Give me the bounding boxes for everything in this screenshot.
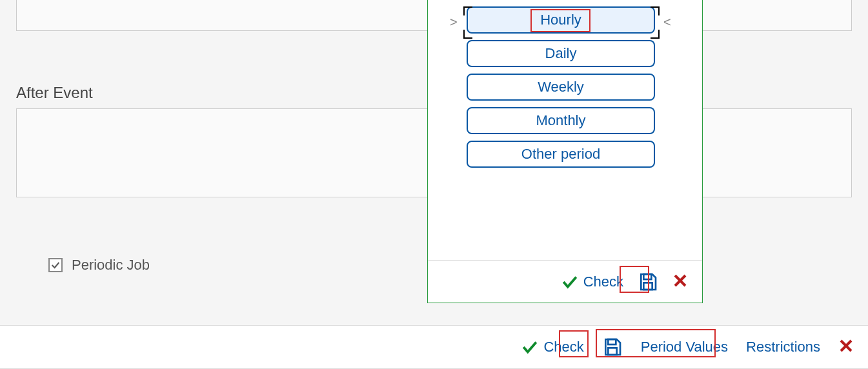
footer-save-button[interactable] xyxy=(602,337,623,357)
period-option-label: Hourly xyxy=(540,12,581,28)
save-icon xyxy=(602,337,623,357)
svg-rect-0 xyxy=(643,274,651,279)
periodic-job-label: Periodic Job xyxy=(72,257,150,274)
check-icon xyxy=(50,260,61,270)
selection-marker-right: < xyxy=(663,15,671,30)
period-option-list: Hourly Daily Weekly Monthly Other period xyxy=(428,0,702,168)
close-icon xyxy=(672,273,688,288)
period-option-weekly[interactable]: Weekly xyxy=(467,74,655,101)
period-option-hourly[interactable]: Hourly xyxy=(467,6,655,34)
periodic-job-row: Periodic Job xyxy=(48,257,150,274)
svg-rect-2 xyxy=(608,339,616,344)
footer-check-button[interactable]: Check xyxy=(521,339,583,355)
period-option-label: Monthly xyxy=(536,112,585,129)
popup-check-label: Check xyxy=(583,274,623,290)
svg-rect-3 xyxy=(608,348,616,355)
popup-close-button[interactable] xyxy=(672,272,688,292)
period-popup: Hourly Daily Weekly Monthly Other period… xyxy=(427,0,703,303)
period-option-label: Daily xyxy=(545,45,577,62)
footer-period-values-label: Period Values xyxy=(641,339,728,355)
period-option-monthly[interactable]: Monthly xyxy=(467,107,655,134)
period-option-label: Other period xyxy=(521,146,600,163)
footer-close-button[interactable] xyxy=(838,337,854,357)
popup-footer: Check xyxy=(428,260,702,303)
period-option-other[interactable]: Other period xyxy=(467,141,655,168)
selection-marker-left: > xyxy=(450,15,458,30)
after-event-heading: After Event xyxy=(16,84,93,102)
footer-restrictions-label: Restrictions xyxy=(746,339,820,355)
period-option-label: Weekly xyxy=(538,79,584,95)
check-icon xyxy=(521,339,538,355)
periodic-job-checkbox[interactable] xyxy=(48,258,63,272)
period-option-daily[interactable]: Daily xyxy=(467,40,655,67)
close-icon xyxy=(838,338,854,354)
check-icon xyxy=(561,274,578,290)
popup-save-button[interactable] xyxy=(638,272,658,292)
svg-rect-1 xyxy=(643,283,652,290)
save-icon xyxy=(638,272,658,292)
footer-period-values-button[interactable]: Period Values xyxy=(641,339,728,355)
popup-check-button[interactable]: Check xyxy=(561,274,623,290)
footer-check-label: Check xyxy=(543,339,583,355)
page-footer-bar: Check Period Values Restrictions xyxy=(0,325,868,369)
footer-restrictions-button[interactable]: Restrictions xyxy=(746,339,820,355)
